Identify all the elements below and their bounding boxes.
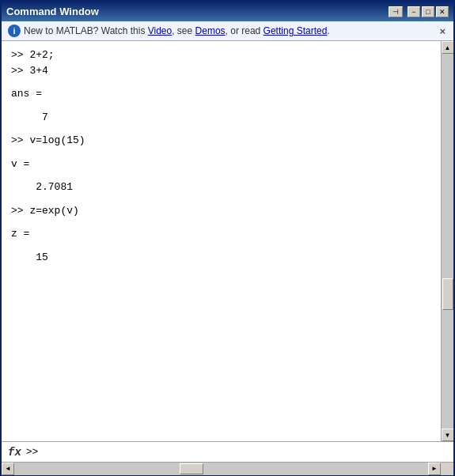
scroll-up-button[interactable]: ▲ [442, 41, 454, 54]
h-scroll-thumb[interactable] [180, 463, 203, 474]
scroll-thumb[interactable] [442, 278, 453, 310]
bottom-area: fx >> ◄ ► [2, 441, 453, 474]
console-line: >> z=exp(v) [11, 203, 431, 219]
scroll-corner [441, 463, 453, 475]
console-line [11, 125, 431, 133]
console-line [11, 149, 431, 157]
info-close-button[interactable]: × [438, 25, 447, 37]
console-line: 7 [11, 110, 431, 126]
command-window: Command Window ⊣ − □ ✕ i New to MATLAB? … [0, 0, 455, 476]
console-line [11, 218, 431, 226]
scroll-track[interactable] [442, 54, 453, 429]
info-icon: i [8, 25, 21, 37]
console-line [11, 78, 431, 86]
title-bar: Command Window ⊣ − □ ✕ [2, 2, 453, 21]
maximize-button[interactable]: □ [422, 6, 434, 17]
console-line [11, 102, 431, 110]
scroll-down-button[interactable]: ▼ [442, 429, 454, 441]
horizontal-scrollbar: ◄ ► [2, 462, 453, 474]
info-prefix: New to MATLAB? Watch this [24, 25, 148, 36]
console-output[interactable]: >> 2+2;>> 3+4ans = 7>> v=log(15)v = 2.70… [2, 41, 441, 441]
video-link[interactable]: Video [148, 25, 172, 36]
console-line [11, 265, 431, 273]
vertical-scrollbar: ▲ ▼ [441, 41, 453, 441]
minimize-button[interactable]: − [408, 6, 420, 17]
h-scroll-track[interactable] [14, 463, 428, 475]
console-line: v = [11, 157, 431, 172]
getting-started-link[interactable]: Getting Started [264, 25, 328, 36]
console-line [11, 172, 431, 179]
console-line [11, 242, 431, 250]
scroll-right-button[interactable]: ► [428, 463, 441, 475]
console-line: 2.7081 [11, 179, 431, 195]
console-line: >> 3+4 [11, 63, 431, 79]
scroll-left-button[interactable]: ◄ [2, 463, 14, 475]
console-line [11, 195, 431, 203]
info-middle1: , see [172, 25, 195, 36]
command-prompt: >> [26, 446, 39, 458]
fx-label: fx [8, 446, 21, 459]
info-bar: i New to MATLAB? Watch this Video, see D… [2, 21, 453, 41]
pin-button[interactable]: ⊣ [389, 6, 403, 17]
command-input[interactable] [38, 446, 447, 458]
console-line: 15 [11, 250, 431, 266]
console-line: z = [11, 226, 431, 242]
console-line: ans = [11, 86, 431, 102]
info-middle2: , or read [226, 25, 264, 36]
close-button[interactable]: ✕ [436, 6, 449, 17]
content-area: >> 2+2;>> 3+4ans = 7>> v=log(15)v = 2.70… [2, 41, 453, 441]
title-bar-controls: ⊣ − □ ✕ [389, 6, 449, 17]
window-title: Command Window [6, 6, 389, 17]
console-line: >> v=log(15) [11, 133, 431, 149]
console-line: >> 2+2; [11, 47, 431, 63]
info-text: New to MATLAB? Watch this Video, see Dem… [24, 25, 434, 36]
demos-link[interactable]: Demos [195, 25, 226, 36]
command-line[interactable]: fx >> [2, 441, 453, 462]
info-suffix: . [327, 25, 329, 36]
